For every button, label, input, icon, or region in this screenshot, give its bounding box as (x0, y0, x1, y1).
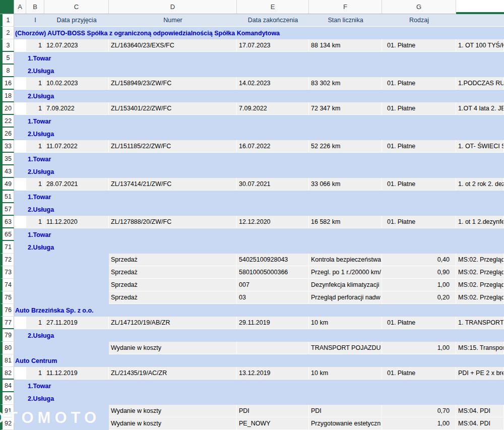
cell-opis[interactable]: 1.OT 4 lata 2. JE (456, 102, 504, 115)
row-header-80[interactable]: 80 (0, 342, 14, 354)
cell-opis[interactable]: 1. TRANSPORT (456, 317, 504, 329)
row-header-8[interactable]: 8 (0, 65, 14, 77)
cell-rodzaj[interactable]: 01. Płatne (382, 178, 456, 191)
cell-kod[interactable]: 54025100928043 (237, 254, 309, 266)
cell-opis-uslugi[interactable]: Przegląd perforacji nadw (309, 291, 382, 304)
cell-data-przyjecia[interactable]: 10.02.2023 (44, 77, 109, 90)
cell-kod[interactable]: 58010005000366 (237, 266, 309, 279)
cell-typ-dokumentu[interactable]: Sprzedaż (109, 266, 237, 279)
cell-ms[interactable]: MS:02. Przegląd (456, 254, 504, 266)
cell-ilosc[interactable]: 1,00 (382, 342, 456, 354)
cell-opis[interactable]: 1. ot 1 2.dezynfek (456, 216, 504, 228)
cell-data-przyjecia[interactable]: 28.07.2021 (44, 178, 109, 191)
cell-typ-dokumentu[interactable]: Wydanie w koszty (109, 417, 237, 430)
cell-opis-uslugi[interactable]: TRANSPORT POJAZDU (309, 342, 382, 354)
cell-index[interactable]: 1 (26, 140, 44, 153)
cell-typ-dokumentu[interactable]: Sprzedaż (109, 279, 237, 291)
column-header-b[interactable]: B (26, 0, 44, 14)
row-header-72[interactable]: 72 (0, 254, 14, 266)
cell-numer[interactable]: ZL/147120/19/AB/ZR (109, 317, 237, 329)
column-header-f[interactable]: F (309, 0, 382, 14)
group-row-cell[interactable]: 2.Usługa (14, 392, 504, 405)
row-header-77[interactable]: 77 (0, 317, 14, 329)
cell-kod[interactable]: PDI (237, 405, 309, 417)
cell-ilosc[interactable]: 0,20 (382, 291, 456, 304)
cell-a[interactable] (14, 77, 26, 90)
cell-numer[interactable]: ZL/163640/23/EXS/FC (109, 39, 237, 52)
cell-ms[interactable]: MS:15. Transport (456, 342, 504, 354)
row-header-90[interactable]: 90 (0, 392, 14, 405)
cell-rodzaj[interactable]: 01. Płatne (382, 77, 456, 90)
cell-stan-licznika[interactable]: 16 582 km (309, 216, 382, 228)
row-header-92[interactable]: 92 (0, 417, 14, 430)
group-row-cell[interactable]: 1.Towar (14, 153, 504, 165)
cell-typ-dokumentu[interactable]: Wydanie w koszty (109, 342, 237, 354)
cell-rodzaj[interactable]: 01. Płatne (382, 216, 456, 228)
cell-ms[interactable]: MS:04. PDI (456, 405, 504, 417)
cell-ilosc[interactable]: 1,00 (382, 279, 456, 291)
cell-opis[interactable]: 1. ot 2 rok 2. dezy (456, 178, 504, 191)
row-header-73[interactable]: 73 (0, 266, 14, 279)
cell-a[interactable] (14, 216, 26, 228)
row-header-75[interactable]: 75 (0, 291, 14, 304)
row-header-51[interactable]: 51 (0, 191, 14, 203)
cell-numer[interactable]: ZL/158949/23/ZW/FC (109, 77, 237, 90)
select-all-corner[interactable] (0, 0, 14, 14)
column-header-a[interactable]: A (14, 0, 26, 14)
row-header-49[interactable]: 49 (0, 178, 14, 191)
cell-a[interactable] (14, 178, 26, 191)
cell-ilosc[interactable]: 0,90 (382, 266, 456, 279)
cell-a[interactable] (14, 39, 26, 52)
row-header-43[interactable]: 43 (0, 165, 14, 178)
cell-data-zakonczenia[interactable]: 30.07.2021 (237, 178, 309, 191)
cell-numer[interactable]: ZL/151185/22/ZW/FC (109, 140, 237, 153)
row-header-71[interactable]: 71 (0, 241, 14, 254)
cell-data-zakonczenia[interactable]: 12.12.2020 (237, 216, 309, 228)
header-cell-stan-licznika[interactable]: Stan licznika (309, 14, 382, 27)
row-header-63[interactable]: 63 (0, 216, 14, 228)
company-row-cell[interactable]: Auto Brzezińska Sp. z o.o. (14, 304, 504, 317)
header-cell-data-zakonczenia[interactable]: Data zakończenia (237, 14, 309, 27)
group-row-cell[interactable]: 2.Usługa (14, 65, 504, 77)
group-row-cell[interactable]: 2.Usługa (14, 128, 504, 140)
cell-index[interactable]: 1 (26, 317, 44, 329)
cell-data-zakonczenia[interactable]: 14.02.2023 (237, 77, 309, 90)
cell-group-span[interactable] (14, 405, 109, 417)
cell-data-przyjecia[interactable]: 11.12.2019 (44, 367, 109, 380)
cell-data-zakonczenia[interactable]: 13.12.2019 (237, 367, 309, 380)
group-row-cell[interactable]: 1.Towar (14, 52, 504, 65)
company-row-cell[interactable]: Auto Centrum (14, 354, 504, 367)
cell-kod[interactable]: PE_NOWY (237, 417, 309, 430)
row-header-33[interactable]: 33 (0, 140, 14, 153)
row-header-18[interactable]: 18 (0, 90, 14, 102)
cell-data-zakonczenia[interactable]: 29.11.2019 (237, 317, 309, 329)
cell-data-przyjecia[interactable]: 11.07.2022 (44, 140, 109, 153)
cell-index[interactable]: 1 (26, 77, 44, 90)
cell-group-span[interactable] (14, 279, 109, 291)
cell-rodzaj[interactable]: 01. Płatne (382, 140, 456, 153)
cell-data-przyjecia[interactable]: 12.07.2023 (44, 39, 109, 52)
cell-a[interactable] (14, 317, 26, 329)
cell-stan-licznika[interactable]: 72 347 km (309, 102, 382, 115)
cell-ms[interactable]: MS:02. Przegląd (456, 266, 504, 279)
cell-index[interactable]: 1 (26, 367, 44, 380)
cell-ms[interactable]: MS:02. Przegląd (456, 279, 504, 291)
cell-kod[interactable] (237, 342, 309, 354)
cell-rodzaj[interactable]: 01. Płatne (382, 39, 456, 52)
cell-stan-licznika[interactable]: 10 km (309, 367, 382, 380)
group-row-cell[interactable]: 2.Usługa (14, 90, 504, 102)
row-header-91[interactable]: 91 (0, 405, 14, 417)
cell-opis[interactable]: 1. OT- ŚWIECI S (456, 140, 504, 153)
company-row-cell[interactable]: (Chorzów) AUTO-BOSS Spółka z ograniczoną… (14, 27, 504, 39)
column-header-partial[interactable] (456, 0, 504, 14)
group-row-cell[interactable]: 2.Usługa (14, 165, 504, 178)
cell-rodzaj[interactable]: 01. Płatne (382, 317, 456, 329)
row-header-79[interactable]: 79 (0, 329, 14, 342)
header-cell-data-przyjecia[interactable]: Data przyjęcia (44, 14, 109, 27)
row-header-82[interactable]: 82 (0, 367, 14, 380)
cell-opis-uslugi[interactable]: Kontrola bezpieczeństwa (309, 254, 382, 266)
cell-opis-uslugi[interactable]: Przegl. po 1 r./20000 km/ (309, 266, 382, 279)
group-row-cell[interactable]: 2.Usługa (14, 241, 504, 254)
header-cell-a[interactable] (14, 14, 26, 27)
cell-ilosc[interactable]: 1,00 (382, 417, 456, 430)
